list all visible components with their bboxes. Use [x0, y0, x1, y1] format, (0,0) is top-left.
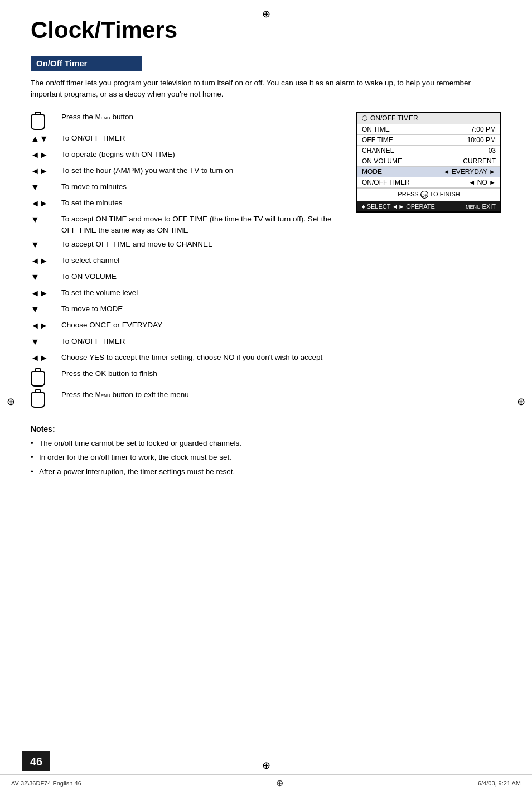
step-11-text: To set the volume level [61, 287, 340, 298]
channel-label: CHANNEL [362, 147, 394, 155]
step-3: ◄► To operate (begins with ON TIME) [31, 149, 340, 162]
compass-left-icon: ⊕ [7, 396, 15, 408]
compass-top-icon: ⊕ [262, 8, 270, 20]
tv-menu-row-onvolume: ON VOLUME CURRENT [357, 156, 500, 167]
ontime-label: ON TIME [362, 126, 390, 133]
steps-column: Press the Menu button ▲▼ To ON/OFF TIMER… [31, 112, 340, 411]
step-9-icon: ◄► [31, 255, 61, 266]
note-3: After a power interruption, the timer se… [31, 466, 501, 478]
step-8: ▼ To accept OFF TIME and move to CHANNEL [31, 239, 340, 252]
step-15-icon: ◄► [31, 352, 61, 363]
step-6: ◄► To set the minutes [31, 197, 340, 211]
step-6-icon: ◄► [31, 197, 61, 209]
compass-right-icon: ⊕ [517, 396, 525, 769]
down-arrow-icon-2: ▼ [31, 215, 40, 225]
step-7: ▼ To accept ON TIME and move to OFF TIME… [31, 214, 340, 237]
step-4-icon: ◄► [31, 165, 61, 176]
footer-compass: ⊕ [276, 778, 283, 788]
step-16: Press the OK button to finish [31, 368, 340, 387]
step-9: ◄► To select channel [31, 255, 340, 268]
page-title: Clock/Timers [31, 17, 501, 46]
footer-left: AV-32\36DF74 English 46 [11, 780, 81, 787]
note-2: In order for the on/off timer to work, t… [31, 452, 501, 463]
notes-section: Notes: The on/off time cannot be set to … [31, 425, 501, 478]
step-7-text: To accept ON TIME and move to OFF TIME (… [61, 214, 340, 237]
down-arrow-icon-4: ▼ [31, 272, 40, 282]
step-5-icon: ▼ [31, 181, 61, 192]
step-1-icon [31, 112, 61, 130]
step-2-icon: ▲▼ [31, 133, 61, 144]
leftright-arrow-icon-2: ◄► [31, 166, 49, 176]
offtime-value: 10:00 PM [467, 136, 496, 144]
step-17-text: Press the Menu button to exit the menu [61, 389, 340, 401]
step-16-icon [31, 368, 61, 387]
down-arrow-icon: ▼ [31, 182, 40, 192]
on-circle-icon [362, 115, 367, 121]
step-4: ◄► To set the hour (AM/PM) you want the … [31, 165, 340, 179]
step-16-text: Press the OK button to finish [61, 368, 340, 379]
leftright-arrow-icon-7: ◄► [31, 353, 49, 363]
step-2: ▲▼ To ON/OFF TIMER [31, 133, 340, 146]
remote-icon [31, 114, 45, 130]
step-9-text: To select channel [61, 255, 340, 266]
tv-menu-footer-left: ♦ SELECT ◄► OPERATE [362, 203, 435, 210]
down-arrow-icon-5: ▼ [31, 305, 40, 315]
step-17: Press the Menu button to exit the menu [31, 389, 340, 408]
step-11-icon: ◄► [31, 287, 61, 298]
step-1-text: Press the Menu button [61, 112, 340, 123]
onofftimer-value: ◄ NO ► [469, 179, 496, 186]
updown-arrow-icon: ▲▼ [31, 134, 49, 144]
note-1: The on/off time cannot be set to locked … [31, 438, 501, 449]
tv-menu-row-mode: MODE ◄ EVERYDAY ► [357, 167, 500, 177]
leftright-arrow-icon: ◄► [31, 150, 49, 160]
tv-menu-row-ontime: ON TIME 7:00 PM [357, 124, 500, 135]
leftright-arrow-icon-6: ◄► [31, 321, 49, 331]
onofftimer-label: ON/OFF TIMER [362, 179, 410, 186]
instructions-layout: Press the Menu button ▲▼ To ON/OFF TIMER… [31, 112, 501, 411]
section-header: On/Off Timer [31, 56, 142, 71]
tv-menu-title: ON/OFF TIMER [370, 114, 418, 122]
down-arrow-icon-3: ▼ [31, 240, 40, 250]
remote-exit-icon [31, 392, 45, 408]
offtime-label: OFF TIME [362, 136, 393, 144]
step-2-text: To ON/OFF TIMER [61, 133, 340, 144]
notes-title: Notes: [31, 425, 501, 433]
mode-value: ◄ EVERYDAY ► [443, 168, 496, 176]
step-6-text: To set the minutes [61, 197, 340, 209]
leftright-arrow-icon-5: ◄► [31, 288, 49, 298]
step-10-text: To ON VOLUME [61, 271, 340, 282]
step-15-text: Choose YES to accept the timer setting, … [61, 352, 340, 363]
step-7-icon: ▼ [31, 214, 61, 225]
intro-paragraph: The on/off timer lets you program your t… [31, 78, 501, 100]
tv-menu-row-channel: CHANNEL 03 [357, 146, 500, 156]
ontime-value: 7:00 PM [471, 126, 496, 133]
step-3-text: To operate (begins with ON TIME) [61, 149, 340, 160]
step-14-text: To ON/OFF TIMER [61, 336, 340, 347]
step-14-icon: ▼ [31, 336, 61, 347]
down-arrow-icon-6: ▼ [31, 337, 40, 347]
tv-menu-press-label: PRESS OK TO FINISH [357, 188, 500, 201]
mode-label: MODE [362, 168, 382, 176]
leftright-arrow-icon-3: ◄► [31, 199, 49, 209]
step-13-text: Choose ONCE or EVERYDAY [61, 320, 340, 331]
leftright-arrow-icon-4: ◄► [31, 256, 49, 266]
tv-menu-header: ON/OFF TIMER [357, 113, 500, 124]
tv-menu-row-onofftimer: ON/OFF TIMER ◄ NO ► [357, 177, 500, 188]
step-8-text: To accept OFF TIME and move to CHANNEL [61, 239, 340, 250]
step-15: ◄► Choose YES to accept the timer settin… [31, 352, 340, 365]
onvolume-label: ON VOLUME [362, 157, 402, 165]
channel-value: 03 [489, 147, 496, 155]
footer-right: 6/4/03, 9:21 AM [478, 780, 521, 787]
step-4-text: To set the hour (AM/PM) you want the TV … [61, 165, 340, 176]
step-13: ◄► Choose ONCE or EVERYDAY [31, 320, 340, 333]
footer-bar: AV-32\36DF74 English 46 ⊕ 6/4/03, 9:21 A… [0, 774, 532, 791]
compass-bottom-icon: ⊕ [262, 759, 270, 771]
ok-button-icon: OK [420, 191, 428, 199]
step-8-icon: ▼ [31, 239, 61, 250]
step-13-icon: ◄► [31, 320, 61, 331]
step-1: Press the Menu button [31, 112, 340, 130]
step-14: ▼ To ON/OFF TIMER [31, 336, 340, 349]
step-5: ▼ To move to minutes [31, 181, 340, 195]
onvolume-value: CURRENT [463, 157, 496, 165]
menu-label-icon: MENU [466, 204, 481, 210]
